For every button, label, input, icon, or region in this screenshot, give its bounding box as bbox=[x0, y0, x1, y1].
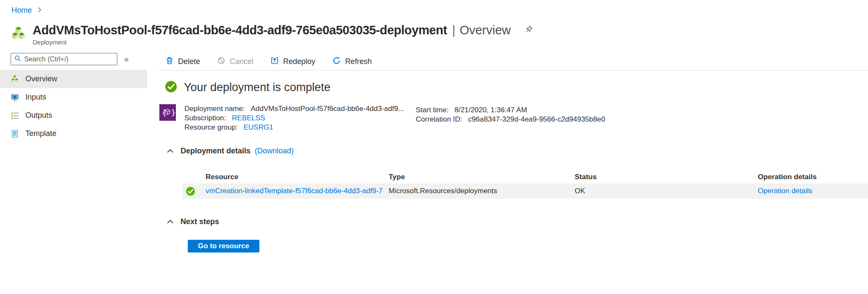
main-content: Delete Cancel Redeploy bbox=[158, 53, 868, 252]
command-bar: Delete Cancel Redeploy bbox=[158, 53, 868, 71]
chevron-up-icon[interactable] bbox=[167, 149, 174, 153]
subscription-label: Subscription: bbox=[184, 114, 226, 122]
correlation-id-label: Correlation ID: bbox=[416, 115, 462, 124]
refresh-icon bbox=[332, 56, 341, 67]
refresh-button[interactable]: Refresh bbox=[332, 56, 372, 67]
sidebar-item-label: Template bbox=[25, 129, 56, 138]
toolbar-item-label: Refresh bbox=[345, 57, 372, 66]
sidebar-nav: Overview Inputs bbox=[0, 70, 147, 143]
column-header-status: Status bbox=[575, 173, 758, 181]
page-title-section: Overview bbox=[459, 23, 511, 37]
chevron-right-icon bbox=[38, 6, 42, 15]
start-time-value: 8/21/2020, 1:36:47 AM bbox=[454, 106, 527, 114]
subscription-link[interactable]: REBELSS bbox=[232, 114, 265, 122]
status-cell: OK bbox=[575, 187, 758, 195]
download-link[interactable]: (Download) bbox=[255, 147, 294, 155]
svg-text:{: { bbox=[161, 108, 167, 117]
inputs-icon bbox=[11, 93, 19, 102]
page-subtitle: Deployment bbox=[33, 39, 534, 46]
column-header-resource: Resource bbox=[206, 173, 389, 181]
trash-icon bbox=[165, 56, 174, 67]
page-header: AddVMsToHostPool-f57f6cad-bb6e-4dd3-adf9… bbox=[11, 23, 534, 46]
toolbar-item-label: Redeploy bbox=[283, 57, 315, 66]
arm-template-icon: { } bbox=[159, 104, 176, 132]
pin-icon[interactable] bbox=[523, 25, 534, 37]
start-time-label: Start time: bbox=[416, 106, 448, 114]
next-steps-section-header: Next steps bbox=[167, 217, 868, 226]
toolbar-item-label: Delete bbox=[178, 57, 200, 66]
deployment-name-value: AddVMsToHostPool-f57f6cad-bb6e-4dd3-adf9… bbox=[251, 105, 404, 113]
deployment-cubes-icon bbox=[11, 75, 19, 83]
deployment-details-section-header: Deployment details (Download) bbox=[167, 147, 868, 155]
redeploy-button[interactable]: Redeploy bbox=[270, 56, 315, 67]
toolbar-item-label: Cancel bbox=[230, 57, 253, 66]
sidebar-item-inputs[interactable]: Inputs bbox=[0, 88, 147, 106]
upload-arrow-icon bbox=[270, 56, 279, 67]
resource-group-link[interactable]: EUSRG1 bbox=[244, 123, 273, 132]
next-steps-title[interactable]: Next steps bbox=[181, 217, 219, 226]
template-icon bbox=[11, 130, 19, 138]
column-header-operation-details: Operation details bbox=[758, 173, 868, 181]
deployment-status-banner: Your deployment is complete bbox=[165, 81, 868, 94]
deployment-details-title[interactable]: Deployment details bbox=[181, 147, 250, 155]
correlation-id-value: c96a8347-329d-4ea9-9566-c2d94935b8e0 bbox=[468, 115, 605, 124]
operation-details-link[interactable]: Operation details bbox=[758, 187, 812, 195]
sidebar-collapse-button[interactable]: « bbox=[124, 54, 129, 64]
sidebar-item-template[interactable]: Template bbox=[0, 125, 147, 143]
sidebar-item-outputs[interactable]: Outputs bbox=[0, 106, 147, 125]
prohibit-icon bbox=[217, 56, 225, 67]
outputs-icon bbox=[11, 111, 19, 120]
deployment-essentials: { } Deployment name: AddVMsToHostPool-f5… bbox=[159, 104, 868, 132]
resource-type-cell: Microsoft.Resources/deployments bbox=[389, 187, 575, 195]
deployment-details-table: Resource Type Status Operation details v… bbox=[182, 171, 868, 199]
table-header-row: Resource Type Status Operation details bbox=[182, 171, 868, 183]
column-header-type: Type bbox=[389, 173, 575, 181]
resource-group-label: Resource group: bbox=[184, 123, 238, 132]
resource-link[interactable]: vmCreation-linkedTemplate-f57f6cad-bb6e-… bbox=[206, 187, 383, 195]
cancel-button[interactable]: Cancel bbox=[217, 56, 253, 67]
delete-button[interactable]: Delete bbox=[165, 56, 200, 67]
deployment-name-label: Deployment name: bbox=[184, 105, 245, 113]
chevron-up-icon[interactable] bbox=[167, 219, 174, 224]
status-message: Your deployment is complete bbox=[184, 81, 331, 94]
sidebar-item-overview[interactable]: Overview bbox=[0, 70, 147, 88]
table-row: vmCreation-linkedTemplate-f57f6cad-bb6e-… bbox=[182, 183, 868, 199]
breadcrumb-home-link[interactable]: Home bbox=[11, 6, 32, 15]
search-input[interactable] bbox=[24, 55, 114, 63]
title-separator: | bbox=[452, 23, 456, 37]
sidebar-item-label: Outputs bbox=[25, 111, 52, 120]
sidebar: « Overview bbox=[0, 53, 147, 143]
breadcrumb: Home bbox=[11, 6, 42, 15]
go-to-resource-button[interactable]: Go to resource bbox=[188, 240, 259, 252]
search-icon bbox=[14, 55, 21, 64]
sidebar-search[interactable] bbox=[11, 53, 117, 65]
sidebar-item-label: Inputs bbox=[25, 93, 46, 102]
deployment-cubes-icon bbox=[11, 26, 26, 43]
row-success-check-icon bbox=[182, 187, 206, 196]
page-title: AddVMsToHostPool-f57f6cad-bb6e-4dd3-adf9… bbox=[33, 23, 447, 37]
sidebar-item-label: Overview bbox=[25, 75, 57, 83]
svg-text:}: } bbox=[171, 108, 176, 117]
success-check-icon bbox=[165, 81, 177, 94]
